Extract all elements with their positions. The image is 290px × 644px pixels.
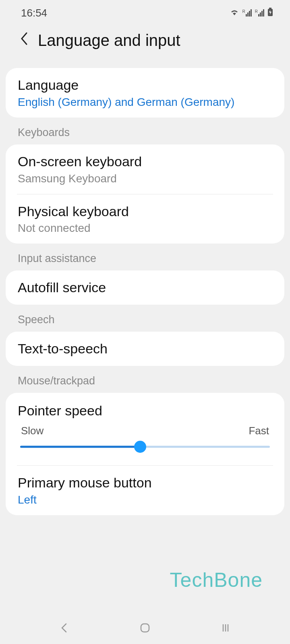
primary-mouse-button-title: Primary mouse button xyxy=(18,475,272,491)
language-value: English (Germany) and German (Germany) xyxy=(18,96,272,109)
pointer-speed-title: Pointer speed xyxy=(18,402,272,419)
onscreen-keyboard-title: On-screen keyboard xyxy=(18,153,272,170)
speech-card: Text-to-speech xyxy=(6,332,284,366)
pointer-speed-slider[interactable] xyxy=(20,440,270,453)
text-to-speech-item[interactable]: Text-to-speech xyxy=(6,332,284,366)
mouse-card: Pointer speed Slow Fast Primary mouse bu… xyxy=(6,393,284,515)
watermark: TechBone xyxy=(170,568,263,592)
slider-thumb[interactable] xyxy=(134,441,146,453)
status-bar: 16:54 R R xyxy=(0,0,290,24)
language-item[interactable]: Language English (Germany) and German (G… xyxy=(6,68,284,118)
nav-home-icon[interactable] xyxy=(139,622,151,634)
onscreen-keyboard-item[interactable]: On-screen keyboard Samsung Keyboard xyxy=(6,144,284,194)
language-card: Language English (Germany) and German (G… xyxy=(6,68,284,118)
nav-back-icon[interactable] xyxy=(59,622,70,634)
input-assistance-card: Autofill service xyxy=(6,270,284,305)
navigation-bar xyxy=(0,612,290,644)
onscreen-keyboard-subtitle: Samsung Keyboard xyxy=(18,172,272,185)
section-header-input-assistance: Input assistance xyxy=(0,244,290,270)
primary-mouse-button-value: Left xyxy=(18,493,272,506)
battery-icon xyxy=(267,8,273,18)
primary-mouse-button-item[interactable]: Primary mouse button Left xyxy=(6,466,284,515)
back-icon[interactable] xyxy=(19,31,28,50)
keyboards-card: On-screen keyboard Samsung Keyboard Phys… xyxy=(6,144,284,244)
slider-labels: Slow Fast xyxy=(18,425,272,437)
pointer-speed-item: Pointer speed Slow Fast xyxy=(6,393,284,465)
autofill-title: Autofill service xyxy=(18,279,272,296)
slider-fill xyxy=(20,446,140,448)
signal-icon-2: R xyxy=(255,9,264,17)
slow-label: Slow xyxy=(21,425,44,437)
section-header-keyboards: Keyboards xyxy=(0,118,290,144)
page-title: Language and input xyxy=(38,31,180,50)
physical-keyboard-subtitle: Not connected xyxy=(18,222,272,235)
svg-rect-2 xyxy=(141,624,149,632)
language-title: Language xyxy=(18,77,272,93)
text-to-speech-title: Text-to-speech xyxy=(18,341,272,357)
status-time: 16:54 xyxy=(21,7,47,19)
status-icons: R R xyxy=(230,8,273,18)
section-header-speech: Speech xyxy=(0,305,290,332)
signal-icon-1: R xyxy=(242,9,252,17)
fast-label: Fast xyxy=(249,425,269,437)
wifi-icon xyxy=(230,8,239,18)
nav-recent-icon[interactable] xyxy=(220,622,231,634)
physical-keyboard-title: Physical keyboard xyxy=(18,203,272,220)
autofill-item[interactable]: Autofill service xyxy=(6,270,284,305)
page-header: Language and input xyxy=(0,24,290,61)
svg-rect-1 xyxy=(269,8,271,9)
section-header-mouse: Mouse/trackpad xyxy=(0,366,290,393)
physical-keyboard-item[interactable]: Physical keyboard Not connected xyxy=(6,194,284,244)
